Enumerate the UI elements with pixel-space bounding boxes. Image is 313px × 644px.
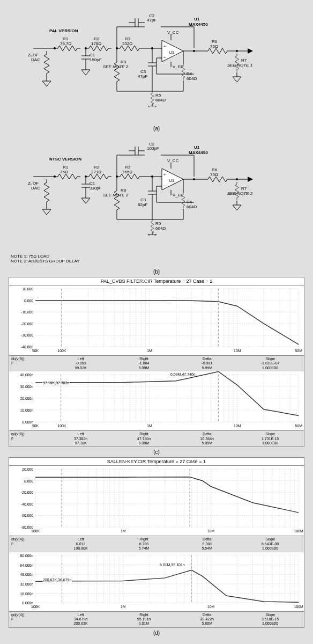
ntsc-r4-label: R4: [187, 200, 192, 204]
ntsc-u1-part: MAX4450: [189, 150, 208, 155]
pal-r2-label: R2: [94, 36, 100, 41]
ntsc-r5-value: 604Ω: [155, 226, 166, 231]
pal-r5-value: 604Ω: [155, 98, 166, 103]
svg-text:32.000n: 32.000n: [20, 582, 33, 586]
chart-pal-panel-gd: 97.18K,37.382n 6.09M,47.746n 40.000n30.0…: [9, 371, 304, 431]
chart-pal: PAL_CVBS FILTER.CIR Temperature = 27 Cas…: [9, 277, 304, 447]
svg-text:10M: 10M: [234, 424, 241, 428]
sublabel-d: (d): [5, 630, 308, 636]
svg-text:-30.000: -30.000: [21, 333, 33, 337]
svg-text:10.000: 10.000: [22, 287, 33, 291]
pal-r3-label: R3: [125, 36, 131, 41]
pal-c3-label: C3: [140, 69, 146, 74]
svg-text:-20.000: -20.000: [21, 322, 33, 326]
pal-r8-value: SEE NOTE 2: [103, 64, 129, 69]
pal-version-label: PAL VERSION: [49, 28, 78, 33]
schematic-ntsc-svg: R1 75Ω R2 221Ω R3 365Ω C2 100pF C1 330pF…: [16, 139, 297, 236]
svg-text:16.000n: 16.000n: [20, 591, 33, 595]
svg-text:10M: 10M: [234, 349, 241, 353]
svg-text:DAC: DAC: [31, 186, 40, 191]
sk-gd-marker1: 200.63K,36.679n: [42, 578, 72, 582]
pal-gd-signal: gd(v(8)): [11, 432, 49, 436]
svg-text:50M: 50M: [295, 424, 303, 428]
sk-gd-xvar: F: [11, 617, 49, 621]
ntsc-c2-value: 100pF: [147, 146, 159, 151]
svg-text:100M: 100M: [294, 529, 303, 533]
svg-point-63: [236, 178, 238, 180]
ntsc-c1-label: C1: [90, 181, 95, 186]
ntsc-r8-value: SEE NOTE 2: [103, 193, 129, 197]
svg-text:50M: 50M: [295, 349, 303, 353]
svg-text:1M: 1M: [121, 605, 126, 609]
svg-text:−: −: [163, 55, 166, 60]
pal-c3-value: 47pF: [138, 74, 147, 79]
pal-gd-xvar: F: [11, 437, 49, 441]
pal-vcc: V_CC: [167, 30, 179, 35]
pal-r5-label: R5: [155, 93, 161, 98]
schematic-pal: R1 78.7Ω R2 178Ω R3 332Ω C2 47pF C1 150p…: [5, 5, 308, 123]
chart-sallen-panel-db: 20.0000.000-20.000-40.000-60.000-80.0001…: [9, 466, 304, 536]
ntsc-r3-label: R3: [125, 165, 131, 170]
sk-db-signal: db(v(4)): [11, 537, 49, 541]
svg-text:Zₜ OF: Zₜ OF: [28, 181, 39, 186]
svg-text:20.000n: 20.000n: [20, 397, 33, 400]
svg-text:100K: 100K: [31, 605, 40, 609]
svg-text:−: −: [163, 184, 166, 188]
svg-text:30.000n: 30.000n: [20, 385, 33, 389]
svg-text:10M: 10M: [207, 605, 215, 609]
svg-text:48.000n: 48.000n: [20, 573, 33, 576]
svg-text:40.000n: 40.000n: [20, 373, 33, 377]
ntsc-r6-value: 75Ω: [210, 172, 218, 177]
svg-text:1M: 1M: [147, 424, 152, 428]
pal-gd-marker1: 97.18K,37.382n: [42, 381, 70, 385]
ntsc-r1-label: R1: [63, 165, 69, 170]
pal-db-xvar: F: [11, 361, 49, 365]
chart-sallen: SALLEN-KEY.CIR Temperature = 27 Case = 1…: [9, 457, 304, 627]
svg-text:U1: U1: [169, 178, 175, 183]
sk-gd-marker2: 6.01M,55.101n: [159, 563, 185, 567]
svg-text:-20.000: -20.000: [21, 491, 33, 495]
schematic-pal-svg: R1 78.7Ω R2 178Ω R3 332Ω C2 47pF C1 150p…: [16, 11, 297, 107]
schematic-ntsc: R1 75Ω R2 221Ω R3 365Ω C2 100pF C1 330pF…: [5, 134, 308, 252]
svg-text:100K: 100K: [57, 424, 66, 428]
pal-u1-inner: U1: [169, 50, 175, 55]
svg-text:-40.000: -40.000: [21, 345, 33, 349]
sublabel-a: (a): [5, 126, 308, 131]
svg-text:20.000: 20.000: [22, 467, 33, 471]
ntsc-version-label: NTSC VERSION: [49, 157, 81, 162]
ntsc-c3-label: C3: [140, 197, 146, 202]
svg-text:0.000: 0.000: [24, 299, 33, 303]
pal-u1-label: U1: [194, 17, 200, 21]
svg-text:1M: 1M: [147, 349, 152, 353]
svg-point-29: [236, 50, 238, 52]
pal-r2-value: 178Ω: [91, 41, 101, 46]
svg-text:10M: 10M: [207, 529, 215, 533]
pal-c2-value: 47pF: [147, 18, 156, 23]
pal-r7-value: SEE NOTE 1: [227, 63, 252, 68]
chart-sallen-db-info: db(v(4)) F Left6.012198.80K Right6.3805.…: [9, 536, 304, 552]
svg-text:+: +: [163, 44, 166, 49]
svg-text:DAC: DAC: [31, 57, 40, 62]
svg-text:-10.000: -10.000: [21, 310, 33, 314]
ntsc-r6-label: R6: [212, 167, 218, 172]
svg-text:-60.000: -60.000: [21, 514, 33, 518]
pal-c1-value: 150pF: [90, 57, 102, 62]
svg-text:64.000n: 64.000n: [20, 563, 33, 567]
svg-text:0.000: 0.000: [24, 479, 33, 483]
pal-gd-marker2: 6.09M,47.746n: [170, 372, 196, 376]
ntsc-r4-value: 604Ω: [187, 204, 197, 209]
ntsc-r1-value: 75Ω: [60, 170, 68, 174]
pal-u1-part: MAX4450: [189, 22, 208, 27]
svg-text:10.000n: 10.000n: [20, 408, 33, 412]
sublabel-c: (c): [5, 449, 308, 455]
svg-text:100K: 100K: [31, 529, 40, 533]
pal-r7-label: R7: [241, 58, 247, 63]
chart-pal-panel-db: 10.0000.000-10.000-20.000-30.000-40.0005…: [9, 286, 304, 356]
schematic-notes: NOTE 1: 75Ω LOAD NOTE 2: ADJUSTS GROUP D…: [11, 254, 308, 264]
ntsc-r3-value: 365Ω: [122, 170, 132, 174]
svg-text:50K: 50K: [32, 349, 39, 353]
pal-r3-value: 332Ω: [122, 41, 132, 46]
ntsc-r7-value: SEE NOTE 2: [227, 191, 253, 196]
ntsc-r7-label: R7: [241, 186, 247, 191]
sk-gd-signal: gd(v(4)): [11, 613, 49, 617]
